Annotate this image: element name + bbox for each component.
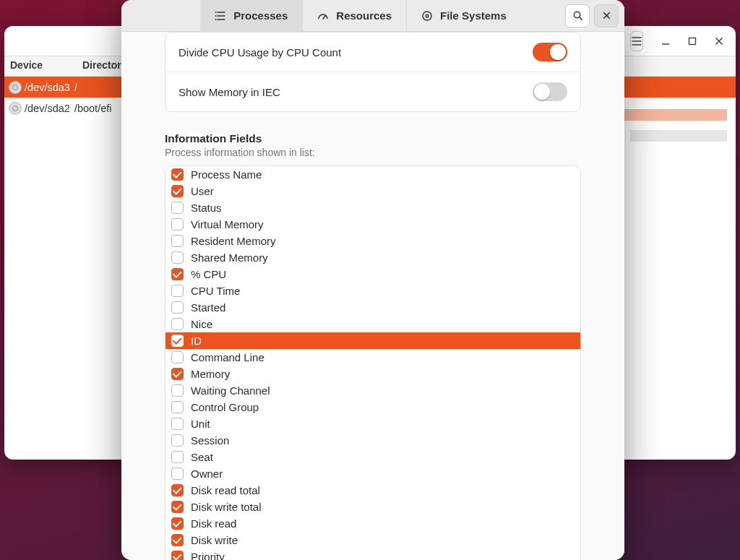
tab-switcher: Processes Resources File Systems	[200, 0, 521, 32]
info-field-row[interactable]: Seat	[165, 449, 580, 465]
checkbox[interactable]	[171, 534, 184, 546]
checkbox[interactable]	[171, 285, 184, 297]
field-label: Control Group	[191, 401, 259, 413]
info-field-row[interactable]: Status	[165, 199, 580, 216]
info-field-row[interactable]: User	[165, 183, 580, 199]
info-field-row[interactable]: Disk read	[165, 515, 580, 532]
field-label: Unit	[191, 418, 210, 430]
checkbox[interactable]	[171, 185, 184, 197]
field-label: Disk write	[191, 534, 238, 546]
field-label: Resident Memory	[191, 235, 276, 247]
info-field-row[interactable]: Session	[165, 432, 580, 449]
checkbox[interactable]	[171, 218, 184, 231]
field-label: Nice	[191, 318, 212, 330]
checkbox[interactable]	[171, 551, 184, 560]
field-label: Disk read total	[191, 484, 260, 496]
field-label: Session	[191, 434, 229, 447]
search-button[interactable]	[565, 4, 590, 27]
svg-point-2	[426, 14, 429, 17]
field-label: Owner	[191, 468, 223, 480]
info-field-row[interactable]: Disk write	[165, 532, 580, 548]
field-label: CPU Time	[191, 285, 240, 297]
info-field-row[interactable]: % CPU	[165, 266, 580, 283]
close-icon	[601, 10, 612, 21]
info-field-row[interactable]: Control Group	[165, 399, 580, 415]
usage-bar	[630, 130, 727, 142]
minimize-button[interactable]	[661, 35, 671, 48]
field-label: Waiting Channel	[191, 384, 270, 397]
checkbox[interactable]	[171, 484, 184, 496]
checkbox[interactable]	[171, 251, 184, 264]
field-label: Priority	[191, 551, 225, 560]
checkbox[interactable]	[171, 268, 184, 280]
usage-bar	[620, 109, 727, 121]
gauge-icon	[317, 10, 329, 22]
device-cell: /dev/sda2	[25, 103, 70, 114]
close-button[interactable]	[714, 35, 724, 48]
checkbox[interactable]	[171, 301, 184, 314]
field-label: Process Name	[191, 168, 262, 181]
checkbox[interactable]	[171, 434, 184, 447]
info-field-row[interactable]: CPU Time	[165, 283, 580, 299]
checkbox[interactable]	[171, 318, 184, 330]
dialog-body[interactable]: Divide CPU Usage by CPU Count Show Memor…	[121, 32, 624, 560]
hamburger-menu-button[interactable]	[630, 31, 643, 51]
field-label: Started	[191, 301, 225, 314]
tab-resources[interactable]: Resources	[303, 0, 407, 32]
disk-icon	[9, 102, 22, 115]
field-label: Seat	[191, 451, 213, 463]
section-subtitle: Process information shown in list:	[165, 147, 581, 158]
info-field-row[interactable]: Nice	[165, 316, 580, 332]
field-label: ID	[191, 335, 202, 347]
mount-cell: /boot/efi	[74, 103, 112, 114]
svg-point-3	[574, 12, 580, 17]
col-device[interactable]: Device	[4, 56, 77, 76]
disk-icon	[9, 81, 22, 94]
mount-cell: /	[74, 82, 77, 93]
checkbox[interactable]	[171, 401, 184, 413]
checkbox[interactable]	[171, 451, 184, 463]
information-fields-list: Process NameUserStatusVirtual MemoryResi…	[165, 165, 581, 560]
dialog-headerbar: Processes Resources File Systems	[121, 0, 624, 32]
info-field-row[interactable]: Memory	[165, 366, 580, 382]
info-field-row[interactable]: Disk write total	[165, 499, 580, 515]
info-field-row[interactable]: Unit	[165, 415, 580, 432]
disk-icon	[421, 10, 433, 22]
checkbox[interactable]	[171, 335, 184, 347]
dialog-close-button[interactable]	[594, 4, 619, 27]
checkbox[interactable]	[171, 468, 184, 480]
info-field-row[interactable]: Priority	[165, 548, 580, 560]
checkbox[interactable]	[171, 235, 184, 247]
info-field-row[interactable]: Command Line	[165, 349, 580, 366]
field-label: Virtual Memory	[191, 218, 264, 231]
info-field-row[interactable]: Process Name	[165, 166, 580, 183]
checkbox[interactable]	[171, 368, 184, 380]
toggle-memory-iec[interactable]	[533, 82, 567, 101]
checkbox[interactable]	[171, 168, 184, 181]
toggle-divide-cpu[interactable]	[533, 43, 567, 61]
info-field-row[interactable]: Started	[165, 299, 580, 316]
maximize-button[interactable]	[688, 35, 697, 48]
checkbox[interactable]	[171, 517, 184, 530]
info-field-row[interactable]: Disk read total	[165, 482, 580, 499]
tab-filesystems[interactable]: File Systems	[407, 0, 521, 32]
info-field-row[interactable]: Waiting Channel	[165, 382, 580, 399]
checkbox[interactable]	[171, 351, 184, 363]
list-icon	[215, 10, 226, 22]
checkbox[interactable]	[171, 501, 184, 513]
info-field-row[interactable]: Shared Memory	[165, 249, 580, 266]
info-field-row[interactable]: Virtual Memory	[165, 216, 580, 233]
preferences-dialog: Processes Resources File Systems Divide …	[121, 0, 624, 560]
checkbox[interactable]	[171, 384, 184, 397]
info-field-row[interactable]: Resident Memory	[165, 233, 580, 249]
svg-point-1	[423, 12, 431, 20]
checkbox[interactable]	[171, 418, 184, 430]
checkbox[interactable]	[171, 202, 184, 214]
info-field-row[interactable]: Owner	[165, 465, 580, 482]
device-cell: /dev/sda3	[25, 82, 70, 93]
field-label: Memory	[191, 368, 230, 380]
info-field-row[interactable]: ID	[165, 332, 580, 349]
tab-processes[interactable]: Processes	[200, 0, 303, 32]
svg-rect-0	[689, 38, 696, 44]
search-icon	[572, 10, 583, 21]
